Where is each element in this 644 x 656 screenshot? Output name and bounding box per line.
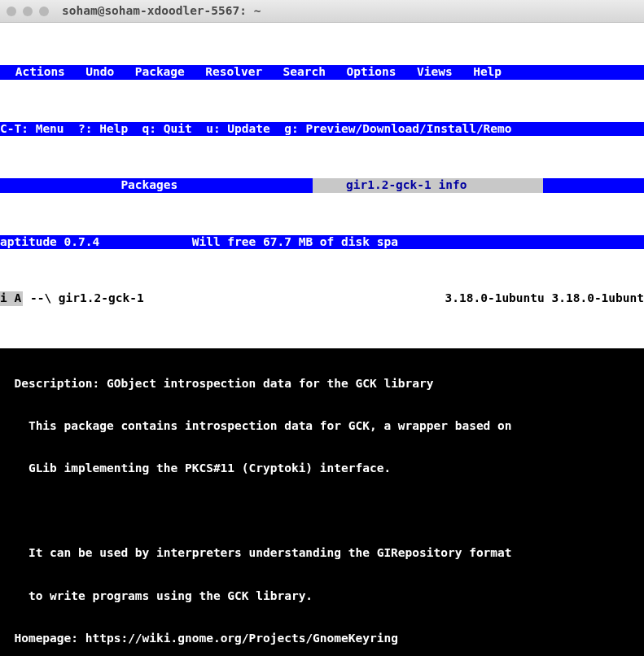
description-text: This package contains introspection data…: [0, 419, 644, 433]
window-close-icon[interactable]: [7, 7, 16, 16]
menu-search[interactable]: Search: [282, 65, 327, 79]
menu-help[interactable]: Help: [471, 65, 503, 79]
key-hints: C-T: Menu ?: Help q: Quit u: Update g: P…: [0, 122, 512, 135]
menu-views[interactable]: Views: [415, 65, 454, 79]
info-header: gir1.2-gck-1 info: [313, 178, 543, 192]
window-minimize-icon[interactable]: [23, 7, 33, 16]
package-state-flags: i A: [0, 291, 23, 305]
description-value: GObject introspection data for the GCK l…: [99, 377, 433, 390]
menu-options[interactable]: Options: [344, 65, 397, 79]
package-name: gir1.2-gck-1: [59, 291, 144, 305]
menu-bar: Actions Undo Package Resolver Search Opt…: [0, 65, 644, 79]
tree-branch-icon: --\: [30, 291, 59, 305]
homepage-value: https://wiki.gnome.org/Projects/GnomeKey…: [78, 632, 398, 645]
window-title: soham@soham-xdoodler-5567: ~: [62, 4, 637, 18]
packages-header: Packages: [120, 178, 177, 192]
terminal[interactable]: Actions Undo Package Resolver Search Opt…: [0, 23, 644, 656]
disk-status: Will free 67.7 MB of disk spa: [192, 235, 398, 248]
window-titlebar: soham@soham-xdoodler-5567: ~: [0, 0, 644, 23]
description-text: GLib implementing the PKCS#11 (Cryptoki)…: [0, 461, 644, 475]
description-text: It can be used by interpreters understan…: [0, 546, 644, 560]
key-hint-bar: C-T: Menu ?: Help q: Quit u: Update g: P…: [0, 122, 644, 136]
package-row[interactable]: i A --\ gir1.2-gck-1 3.18.0-1ubuntu 3.18…: [0, 291, 644, 305]
menu-undo[interactable]: Undo: [84, 65, 116, 79]
package-candidate-version: 3.18.0-1ubunt: [552, 291, 645, 305]
description-text: to write programs using the GCK library.: [0, 589, 644, 603]
status-bar: aptitude 0.7.4 Will free 67.7 MB of disk…: [0, 235, 644, 249]
package-installed-version: 3.18.0-1ubuntu: [445, 291, 545, 305]
description-label: Description:: [14, 377, 99, 390]
menu-actions-label[interactable]: Actions: [14, 65, 67, 79]
header-split-row: Packages gir1.2-gck-1 info: [0, 178, 644, 192]
menu-package[interactable]: Package: [134, 65, 186, 79]
window-maximize-icon[interactable]: [39, 7, 49, 16]
homepage-label: Homepage:: [14, 632, 78, 645]
menu-actions[interactable]: [3, 65, 14, 79]
package-detail-pane[interactable]: Description: GObject introspection data …: [0, 348, 644, 656]
app-version: aptitude 0.7.4: [0, 235, 99, 248]
menu-resolver[interactable]: Resolver: [204, 65, 264, 79]
